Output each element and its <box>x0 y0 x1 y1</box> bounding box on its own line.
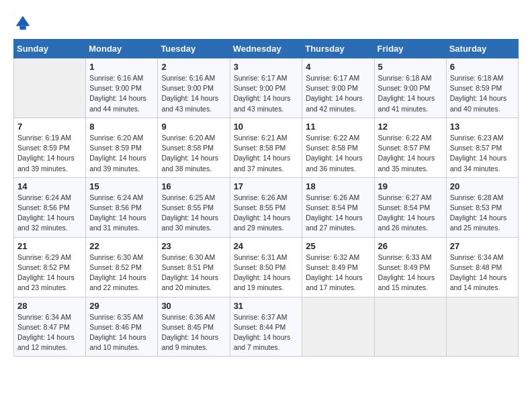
column-header-sunday: Sunday <box>14 40 86 58</box>
calendar-cell: 7Sunrise: 6:19 AMSunset: 8:59 PMDaylight… <box>14 118 86 177</box>
day-number: 22 <box>89 241 154 251</box>
day-info: Sunrise: 6:24 AMSunset: 8:56 PMDaylight:… <box>17 193 82 234</box>
calendar-cell: 6Sunrise: 6:18 AMSunset: 8:59 PMDaylight… <box>446 58 518 118</box>
calendar-cell: 1Sunrise: 6:16 AMSunset: 9:00 PMDaylight… <box>86 58 158 118</box>
day-number: 29 <box>89 301 154 311</box>
day-number: 13 <box>450 122 515 132</box>
day-info: Sunrise: 6:26 AMSunset: 8:55 PMDaylight:… <box>234 193 299 234</box>
day-info: Sunrise: 6:28 AMSunset: 8:53 PMDaylight:… <box>450 193 515 234</box>
calendar-table: SundayMondayTuesdayWednesdayThursdayFrid… <box>13 39 519 357</box>
column-header-friday: Friday <box>374 40 446 58</box>
logo <box>13 13 35 32</box>
calendar-cell: 11Sunrise: 6:22 AMSunset: 8:58 PMDayligh… <box>302 118 374 177</box>
calendar-cell: 29Sunrise: 6:35 AMSunset: 8:46 PMDayligh… <box>86 297 158 357</box>
calendar-week-row: 28Sunrise: 6:34 AMSunset: 8:47 PMDayligh… <box>14 297 519 357</box>
day-info: Sunrise: 6:36 AMSunset: 8:45 PMDaylight:… <box>161 312 226 353</box>
day-info: Sunrise: 6:18 AMSunset: 8:59 PMDaylight:… <box>450 73 515 114</box>
calendar-cell: 16Sunrise: 6:25 AMSunset: 8:55 PMDayligh… <box>158 177 230 237</box>
calendar-cell: 10Sunrise: 6:21 AMSunset: 8:58 PMDayligh… <box>230 118 302 177</box>
day-number: 20 <box>450 181 515 191</box>
day-number: 7 <box>17 122 82 132</box>
day-info: Sunrise: 6:17 AMSunset: 9:00 PMDaylight:… <box>234 73 299 114</box>
calendar-cell: 28Sunrise: 6:34 AMSunset: 8:47 PMDayligh… <box>14 297 86 357</box>
day-info: Sunrise: 6:37 AMSunset: 8:44 PMDaylight:… <box>234 312 299 353</box>
day-info: Sunrise: 6:35 AMSunset: 8:46 PMDaylight:… <box>89 312 154 353</box>
day-number: 11 <box>306 122 370 132</box>
calendar-cell: 17Sunrise: 6:26 AMSunset: 8:55 PMDayligh… <box>230 177 302 237</box>
calendar-cell: 23Sunrise: 6:30 AMSunset: 8:51 PMDayligh… <box>158 237 230 297</box>
day-info: Sunrise: 6:32 AMSunset: 8:49 PMDaylight:… <box>306 253 370 293</box>
day-number: 26 <box>378 241 443 251</box>
calendar-cell: 15Sunrise: 6:24 AMSunset: 8:56 PMDayligh… <box>86 177 158 237</box>
calendar-week-row: 1Sunrise: 6:16 AMSunset: 9:00 PMDaylight… <box>14 58 519 118</box>
day-number: 3 <box>234 62 299 72</box>
day-info: Sunrise: 6:34 AMSunset: 8:47 PMDaylight:… <box>17 312 82 353</box>
calendar-cell: 25Sunrise: 6:32 AMSunset: 8:49 PMDayligh… <box>302 237 374 297</box>
column-header-wednesday: Wednesday <box>230 40 302 58</box>
day-number: 23 <box>161 241 226 251</box>
calendar-week-row: 14Sunrise: 6:24 AMSunset: 8:56 PMDayligh… <box>14 177 519 237</box>
calendar-cell: 8Sunrise: 6:20 AMSunset: 8:59 PMDaylight… <box>86 118 158 177</box>
day-number: 5 <box>378 62 443 72</box>
day-info: Sunrise: 6:23 AMSunset: 8:57 PMDaylight:… <box>450 133 515 174</box>
column-header-thursday: Thursday <box>302 40 374 58</box>
logo-icon <box>13 13 32 32</box>
calendar-cell: 2Sunrise: 6:16 AMSunset: 9:00 PMDaylight… <box>158 58 230 118</box>
day-number: 9 <box>161 122 226 132</box>
calendar-cell: 5Sunrise: 6:18 AMSunset: 9:00 PMDaylight… <box>374 58 446 118</box>
calendar-cell: 19Sunrise: 6:27 AMSunset: 8:54 PMDayligh… <box>374 177 446 237</box>
day-number: 14 <box>17 181 82 191</box>
day-number: 24 <box>234 241 299 251</box>
calendar-cell: 18Sunrise: 6:26 AMSunset: 8:54 PMDayligh… <box>302 177 374 237</box>
day-number: 12 <box>378 122 443 132</box>
day-info: Sunrise: 6:18 AMSunset: 9:00 PMDaylight:… <box>378 73 443 114</box>
day-info: Sunrise: 6:30 AMSunset: 8:51 PMDaylight:… <box>161 253 226 293</box>
day-number: 17 <box>234 181 299 191</box>
day-number: 31 <box>234 301 299 311</box>
day-info: Sunrise: 6:29 AMSunset: 8:52 PMDaylight:… <box>17 253 82 293</box>
day-number: 8 <box>89 122 154 132</box>
day-number: 18 <box>306 181 370 191</box>
calendar-cell: 22Sunrise: 6:30 AMSunset: 8:52 PMDayligh… <box>86 237 158 297</box>
day-info: Sunrise: 6:27 AMSunset: 8:54 PMDaylight:… <box>378 193 443 234</box>
calendar-cell: 12Sunrise: 6:22 AMSunset: 8:57 PMDayligh… <box>374 118 446 177</box>
page-header <box>13 13 519 32</box>
day-number: 28 <box>17 301 82 311</box>
calendar-header-row: SundayMondayTuesdayWednesdayThursdayFrid… <box>14 40 519 58</box>
calendar-cell <box>14 58 86 118</box>
day-number: 30 <box>161 301 226 311</box>
day-number: 16 <box>161 181 226 191</box>
day-number: 19 <box>378 181 443 191</box>
day-number: 27 <box>450 241 515 251</box>
day-number: 15 <box>89 181 154 191</box>
day-info: Sunrise: 6:24 AMSunset: 8:56 PMDaylight:… <box>89 193 154 234</box>
day-info: Sunrise: 6:33 AMSunset: 8:49 PMDaylight:… <box>378 253 443 293</box>
calendar-cell: 30Sunrise: 6:36 AMSunset: 8:45 PMDayligh… <box>158 297 230 357</box>
day-info: Sunrise: 6:20 AMSunset: 8:58 PMDaylight:… <box>161 133 226 174</box>
calendar-cell: 14Sunrise: 6:24 AMSunset: 8:56 PMDayligh… <box>14 177 86 237</box>
svg-rect-1 <box>19 26 26 30</box>
day-number: 10 <box>234 122 299 132</box>
day-number: 1 <box>89 62 154 72</box>
calendar-cell: 21Sunrise: 6:29 AMSunset: 8:52 PMDayligh… <box>14 237 86 297</box>
day-number: 21 <box>17 241 82 251</box>
calendar-cell: 4Sunrise: 6:17 AMSunset: 9:00 PMDaylight… <box>302 58 374 118</box>
day-info: Sunrise: 6:17 AMSunset: 9:00 PMDaylight:… <box>306 73 370 114</box>
calendar-cell: 20Sunrise: 6:28 AMSunset: 8:53 PMDayligh… <box>446 177 518 237</box>
day-number: 2 <box>161 62 226 72</box>
calendar-cell: 27Sunrise: 6:34 AMSunset: 8:48 PMDayligh… <box>446 237 518 297</box>
calendar-cell: 31Sunrise: 6:37 AMSunset: 8:44 PMDayligh… <box>230 297 302 357</box>
svg-marker-0 <box>16 16 30 26</box>
calendar-cell: 24Sunrise: 6:31 AMSunset: 8:50 PMDayligh… <box>230 237 302 297</box>
day-number: 6 <box>450 62 515 72</box>
day-info: Sunrise: 6:30 AMSunset: 8:52 PMDaylight:… <box>89 253 154 293</box>
calendar-cell: 13Sunrise: 6:23 AMSunset: 8:57 PMDayligh… <box>446 118 518 177</box>
column-header-saturday: Saturday <box>446 40 518 58</box>
calendar-week-row: 7Sunrise: 6:19 AMSunset: 8:59 PMDaylight… <box>14 118 519 177</box>
day-number: 25 <box>306 241 370 251</box>
day-info: Sunrise: 6:26 AMSunset: 8:54 PMDaylight:… <box>306 193 370 234</box>
day-info: Sunrise: 6:16 AMSunset: 9:00 PMDaylight:… <box>161 73 226 114</box>
day-info: Sunrise: 6:22 AMSunset: 8:58 PMDaylight:… <box>306 133 370 174</box>
day-info: Sunrise: 6:31 AMSunset: 8:50 PMDaylight:… <box>234 253 299 293</box>
day-info: Sunrise: 6:21 AMSunset: 8:58 PMDaylight:… <box>234 133 299 174</box>
